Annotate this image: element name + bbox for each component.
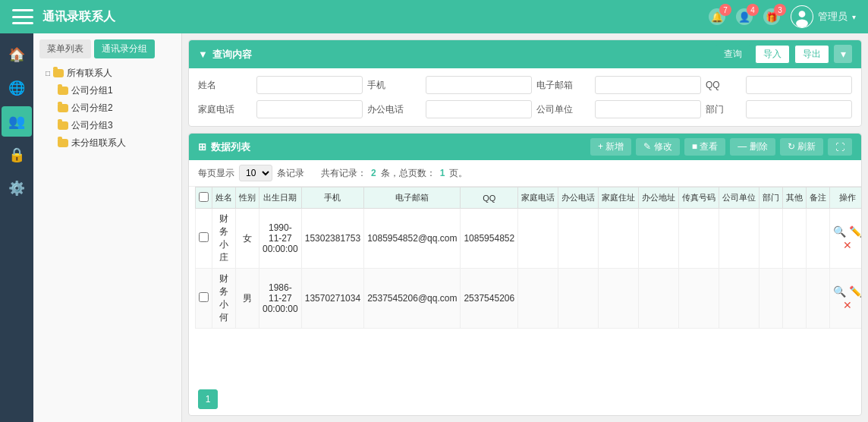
tree-item-1[interactable]: 公司分组2 [52, 99, 175, 117]
cell-note-0 [807, 209, 830, 269]
cell-office-addr-1 [639, 269, 679, 329]
qq-input[interactable] [746, 76, 852, 94]
cell-office-phone-1 [558, 269, 599, 329]
company-label: 公司单位 [536, 103, 590, 116]
tree-root-label: 所有联系人 [67, 67, 112, 80]
cell-phone-1: 13570271034 [301, 269, 363, 329]
edit-row-1[interactable]: ✏️ [849, 285, 861, 298]
bell-badge: 7 [719, 4, 731, 16]
tree-item-0[interactable]: 公司分组1 [52, 82, 175, 99]
tree-item-3[interactable]: 未分组联系人 [52, 134, 175, 152]
folder-icon-1 [58, 104, 68, 112]
data-toolbar: 每页显示 10 20 50 条记录 共有记录： 2 条，总页数： 1 页。 [189, 160, 861, 187]
folder-icon-3 [58, 139, 68, 147]
cell-other-1 [783, 269, 807, 329]
cell-name-1: 财务小何 [212, 269, 236, 329]
edit-row-0[interactable]: ✏️ [849, 225, 861, 238]
select-all-checkbox[interactable] [199, 192, 209, 202]
nav-home[interactable]: 🏠 [2, 39, 32, 70]
home-phone-label: 家庭电话 [198, 103, 252, 116]
cell-home-addr-0 [599, 209, 639, 269]
office-phone-input[interactable] [426, 100, 532, 118]
col-other: 其他 [783, 187, 807, 209]
nav-settings[interactable]: ⚙️ [2, 173, 32, 203]
view-row-0[interactable]: 🔍 [833, 225, 846, 238]
fullscreen-button[interactable]: ⛶ [828, 138, 852, 156]
nav-lock[interactable]: 🔒 [2, 140, 32, 170]
refresh-button[interactable]: ↻ 刷新 [780, 138, 823, 156]
cell-gender-1: 男 [236, 269, 259, 329]
col-dept: 部门 [760, 187, 783, 209]
name-input[interactable] [256, 76, 363, 94]
nav-global[interactable]: 🌐 [2, 73, 32, 103]
delete-button[interactable]: — 删除 [730, 138, 775, 156]
cell-name-0: 财务小庄 [212, 209, 236, 269]
menu-toggle[interactable] [12, 9, 33, 24]
home-phone-input[interactable] [256, 100, 363, 118]
query-title-group: ▼ 查询内容 [198, 48, 252, 61]
col-home-addr: 家庭住址 [599, 187, 639, 209]
company-input[interactable] [595, 100, 701, 118]
tree-label-1: 公司分组2 [71, 102, 113, 115]
query-panel: ▼ 查询内容 查询 导入 导出 ▾ 姓名 手机 电子邮箱 QQ [188, 39, 862, 127]
main-content: ▼ 查询内容 查询 导入 导出 ▾ 姓名 手机 电子邮箱 QQ [182, 33, 868, 422]
data-icon: ⊞ [198, 141, 206, 153]
tab-menu-list[interactable]: 菜单列表 [39, 39, 91, 58]
tree-children: 公司分组1 公司分组2 公司分组3 未分组联系人 [52, 82, 175, 152]
dept-input[interactable] [746, 100, 852, 118]
query-panel-header: ▼ 查询内容 查询 导入 导出 ▾ [189, 40, 861, 68]
cell-fax-0 [679, 209, 719, 269]
col-home-phone: 家庭电话 [518, 187, 558, 209]
cell-home-phone-0 [518, 209, 558, 269]
delete-row-0[interactable]: ✕ [843, 239, 852, 251]
data-actions: + 新增 ✎ 修改 ■ 查看 — 删除 ↻ 刷新 ⛶ [590, 138, 852, 156]
notification-user[interactable]: 👤 4 [736, 8, 753, 25]
main-layout: 🏠 🌐 👥 🔒 ⚙️ 菜单列表 通讯录分组 □ 所有联系人 公司分组1 公司分组… [0, 33, 868, 422]
col-gender: 性别 [236, 187, 259, 209]
row-checkbox-0[interactable] [199, 232, 209, 242]
tab-contacts-group[interactable]: 通讯录分组 [94, 39, 155, 58]
col-company: 公司单位 [719, 187, 760, 209]
table-row: 财务小庄 女 1990-11-27 00:00:00 15302381753 1… [196, 209, 862, 269]
view-button[interactable]: ■ 查看 [684, 138, 726, 156]
cell-gender-0: 女 [236, 209, 259, 269]
delete-row-1[interactable]: ✕ [843, 299, 852, 311]
cell-dept-1 [760, 269, 783, 329]
cell-home-phone-1 [518, 269, 558, 329]
dept-label: 部门 [706, 103, 741, 116]
import-button[interactable]: 导入 [755, 45, 790, 64]
total-count: 2 [371, 168, 376, 178]
row-checkbox-1[interactable] [199, 292, 209, 302]
export-button[interactable]: 导出 [794, 45, 829, 64]
cell-other-0 [783, 209, 807, 269]
col-phone: 手机 [301, 187, 363, 209]
cell-fax-1 [679, 269, 719, 329]
col-qq: QQ [461, 187, 518, 209]
query-actions: 查询 导入 导出 ▾ [715, 45, 852, 64]
page-size-select[interactable]: 10 20 50 [239, 165, 272, 181]
expand-icon: □ [46, 69, 50, 77]
notification-gift[interactable]: 🎁 3 [763, 8, 780, 25]
app-title: 通讯录联系人 [42, 9, 709, 25]
page-1-button[interactable]: 1 [198, 389, 218, 409]
add-button[interactable]: + 新增 [590, 138, 631, 156]
total-unit: 条，总页数： [381, 167, 436, 180]
nav-contacts[interactable]: 👥 [2, 106, 32, 137]
email-input[interactable] [595, 76, 701, 94]
view-row-1[interactable]: 🔍 [833, 285, 846, 298]
user-avatar[interactable]: 管理员 ▾ [791, 5, 856, 28]
cell-phone-0: 15302381753 [301, 209, 363, 269]
query-expand-button[interactable]: ▾ [834, 45, 852, 63]
tree-root[interactable]: □ 所有联系人 [39, 65, 175, 82]
notification-bell[interactable]: 🔔 7 [709, 8, 725, 25]
query-title: 查询内容 [212, 48, 252, 61]
phone-input[interactable] [426, 76, 532, 94]
edit-button[interactable]: ✎ 修改 [636, 138, 679, 156]
cell-ops-1: 🔍 ✏️ ✕ [830, 269, 861, 329]
cell-qq-1: 2537545206 [461, 269, 518, 329]
total-pages: 1 [440, 168, 445, 178]
search-button[interactable]: 查询 [715, 45, 750, 64]
tree-item-2[interactable]: 公司分组3 [52, 117, 175, 134]
col-fax: 传真号码 [679, 187, 719, 209]
topbar-icons: 🔔 7 👤 4 🎁 3 管理员 ▾ [709, 5, 856, 28]
